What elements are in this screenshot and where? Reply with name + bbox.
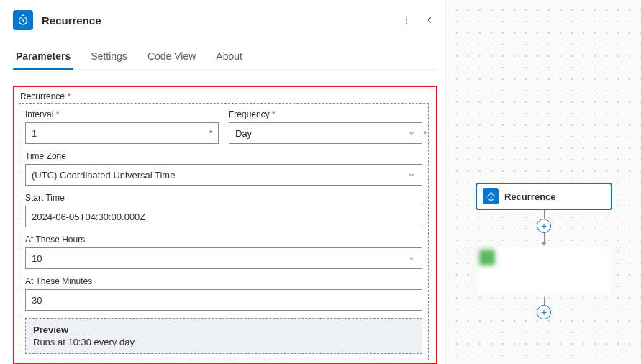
frequency-select[interactable]: Day <box>229 122 422 144</box>
starttime-label: Start Time <box>25 193 422 203</box>
starttime-input[interactable]: 2024-06-05T04:30:00.000Z <box>25 206 422 227</box>
hours-select[interactable]: 10 <box>25 247 422 269</box>
preview-box: Preview Runs at 10:30 every day <box>25 318 422 354</box>
add-step-button[interactable]: + <box>537 305 551 319</box>
chevron-down-icon <box>407 129 416 137</box>
tab-codeview[interactable]: Code View <box>146 45 197 69</box>
svg-point-3 <box>406 22 407 24</box>
tab-parameters[interactable]: Parameters <box>14 45 72 69</box>
more-icon[interactable] <box>399 12 414 28</box>
hours-label: At These Hours <box>25 235 422 245</box>
svg-point-2 <box>406 19 407 21</box>
collapse-icon[interactable] <box>422 12 437 28</box>
preview-title: Preview <box>33 324 414 335</box>
node-label: Recurrence <box>504 191 556 202</box>
tab-settings[interactable]: Settings <box>89 45 129 69</box>
highlighted-region: Recurrence * * Interval * 1 * <box>13 86 437 364</box>
recurrence-icon <box>483 188 499 204</box>
add-step-button[interactable]: + <box>537 219 551 233</box>
chevron-down-icon <box>407 170 416 179</box>
config-panel: Recurrence Parameters Settings Code View… <box>0 0 446 364</box>
interval-input[interactable]: 1 * <box>25 122 219 144</box>
timezone-label: Time Zone <box>25 151 422 161</box>
connector: + <box>537 210 551 246</box>
interval-label: Interval * <box>25 109 219 119</box>
canvas-node-recurrence[interactable]: Recurrence <box>476 183 612 210</box>
frequency-label: Frequency * <box>229 109 422 119</box>
recurrence-fieldset: * Interval * 1 * Frequency * <box>19 103 429 360</box>
minutes-input[interactable]: 30 <box>25 289 422 311</box>
canvas-node-blurred[interactable] <box>476 246 612 296</box>
connector: + <box>537 296 551 319</box>
minutes-label: At These Minutes <box>25 276 422 286</box>
workflow-canvas[interactable]: Recurrence + + <box>446 0 641 364</box>
section-label: Recurrence * <box>19 90 429 103</box>
chevron-down-icon <box>407 254 416 263</box>
timezone-select[interactable]: (UTC) Coordinated Universal Time <box>25 164 422 186</box>
tab-about[interactable]: About <box>214 45 244 69</box>
tab-bar: Parameters Settings Code View About <box>13 45 437 70</box>
recurrence-icon <box>13 10 33 30</box>
svg-point-1 <box>406 17 407 18</box>
panel-title: Recurrence <box>42 14 390 27</box>
panel-header: Recurrence <box>13 10 437 30</box>
preview-text: Runs at 10:30 every day <box>33 337 414 347</box>
